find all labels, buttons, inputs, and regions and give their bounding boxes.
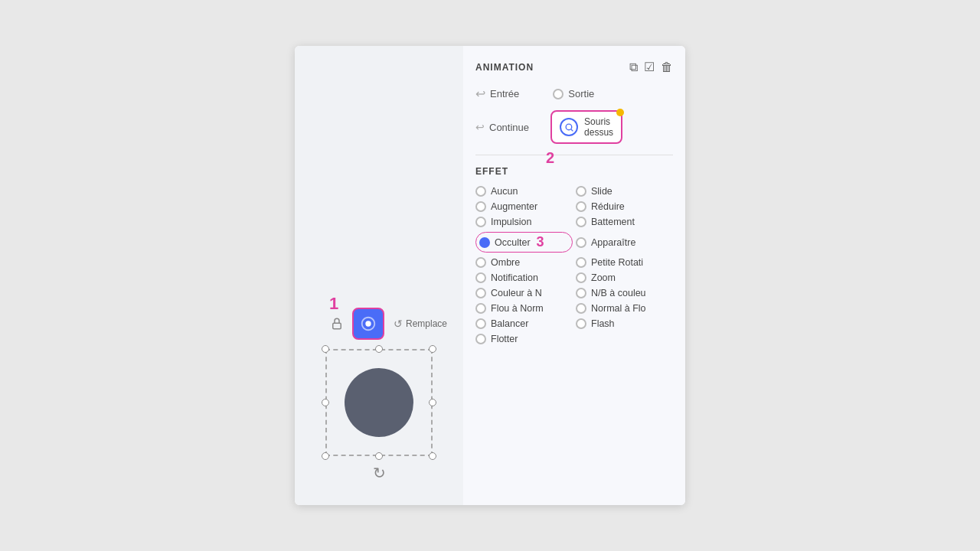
- toolbar-icons: 1 ↺ Remplace: [326, 308, 447, 340]
- ombre-label: Ombre: [491, 257, 520, 268]
- augmenter-label: Augmenter: [491, 201, 537, 212]
- circle-element[interactable]: [345, 368, 413, 437]
- flash-radio[interactable]: [576, 318, 586, 329]
- apparaitre-label: Apparaître: [591, 237, 635, 248]
- notification-label: Notification: [491, 272, 538, 283]
- entree-label: Entrée: [490, 88, 519, 99]
- aucun-radio[interactable]: [475, 186, 486, 197]
- canvas-panel: 1 ↺ Remplace: [295, 46, 463, 505]
- effect-normal-flo[interactable]: Normal à Flo: [576, 303, 673, 314]
- souris-badge: [616, 109, 624, 116]
- effect-flotter[interactable]: Flotter: [475, 334, 573, 344]
- panel-title: ANIMATION: [475, 62, 534, 73]
- souris-dessus-box[interactable]: Souris dessus: [550, 110, 622, 144]
- slide-label: Slide: [591, 186, 612, 197]
- divider: [475, 155, 673, 155]
- effect-flou-norm[interactable]: Flou à Norm: [475, 303, 573, 314]
- handle-mr[interactable]: [429, 399, 436, 406]
- effect-notification[interactable]: Notification: [475, 272, 573, 283]
- continue-icon: ↩: [475, 121, 485, 133]
- sortie-label: Sortie: [568, 88, 594, 99]
- effect-apparaitre[interactable]: Apparaître: [576, 232, 673, 253]
- copy-icon[interactable]: ⧉: [629, 60, 638, 74]
- effect-balancer[interactable]: Balancer: [475, 318, 573, 329]
- effect-slide[interactable]: Slide: [576, 186, 673, 197]
- apparaitre-radio[interactable]: [576, 237, 586, 248]
- svg-line-3: [570, 129, 572, 130]
- handle-bc[interactable]: [375, 452, 383, 460]
- flash-label: Flash: [591, 318, 615, 329]
- effect-augmenter[interactable]: Augmenter: [475, 201, 573, 212]
- svg-point-1: [365, 321, 371, 326]
- zoom-radio[interactable]: [576, 272, 586, 283]
- svg-rect-0: [333, 323, 341, 329]
- balancer-radio[interactable]: [475, 318, 486, 329]
- effects-title: EFFET: [475, 166, 673, 177]
- normal-flo-radio[interactable]: [576, 303, 586, 314]
- battement-radio[interactable]: [576, 217, 586, 227]
- continue-label: Continue: [489, 122, 529, 133]
- canvas-top: [295, 46, 463, 308]
- trigger-row-2: ↩ Continue Souris dessus: [475, 110, 673, 144]
- handle-tl[interactable]: [322, 345, 329, 353]
- petite-rotation-radio[interactable]: [576, 257, 586, 268]
- nb-couleur-radio[interactable]: [576, 288, 586, 298]
- trigger-row-1: ↩ Entrée Sortie: [475, 86, 673, 101]
- slide-radio[interactable]: [576, 186, 586, 197]
- nb-couleur-label: N/B à couleu: [591, 288, 646, 298]
- ombre-radio[interactable]: [475, 257, 486, 268]
- handle-tr[interactable]: [429, 345, 436, 353]
- souris-text: Souris dessus: [584, 116, 613, 138]
- couleur-n-radio[interactable]: [475, 288, 486, 298]
- refresh-icon[interactable]: ↻: [373, 464, 386, 482]
- panel-header: ANIMATION ⧉ ☑ 🗑: [475, 60, 673, 74]
- occulter-label: Occulter: [495, 237, 531, 248]
- zoom-label: Zoom: [591, 272, 616, 283]
- occulter-radio[interactable]: [479, 237, 490, 248]
- effect-ombre[interactable]: Ombre: [475, 257, 573, 268]
- animation-panel: ANIMATION ⧉ ☑ 🗑 ↩ Entrée Sortie ↩ Contin…: [463, 46, 685, 505]
- effect-reduire[interactable]: Réduire: [576, 201, 673, 212]
- effect-battement[interactable]: Battement: [576, 217, 673, 227]
- selected-element-button[interactable]: [352, 308, 384, 340]
- effect-aucun[interactable]: Aucun: [475, 186, 573, 197]
- flotter-radio[interactable]: [475, 334, 486, 344]
- check-icon[interactable]: ☑: [644, 60, 655, 74]
- normal-flo-label: Normal à Flo: [591, 303, 646, 314]
- augmenter-radio[interactable]: [475, 201, 486, 212]
- trigger-sortie[interactable]: Sortie: [553, 88, 594, 99]
- element-wrapper: [325, 349, 433, 456]
- annotation-label-1: 1: [329, 294, 338, 314]
- impulsion-radio[interactable]: [475, 217, 486, 227]
- trash-icon[interactable]: 🗑: [661, 60, 673, 74]
- replace-icon: ↺: [394, 318, 403, 330]
- trigger-continue[interactable]: ↩ Continue: [475, 121, 529, 133]
- reduire-radio[interactable]: [576, 201, 586, 212]
- handle-ml[interactable]: [322, 399, 329, 406]
- effect-zoom[interactable]: Zoom: [576, 272, 673, 283]
- replace-label: Remplace: [406, 318, 447, 329]
- element-area: 1 ↺ Remplace: [311, 308, 447, 482]
- flou-norm-radio[interactable]: [475, 303, 486, 314]
- effect-impulsion[interactable]: Impulsion: [475, 217, 573, 227]
- notification-radio[interactable]: [475, 272, 486, 283]
- lock-icon[interactable]: [326, 313, 348, 334]
- sortie-radio[interactable]: [553, 89, 564, 99]
- effect-nb-couleur[interactable]: N/B à couleu: [576, 288, 673, 298]
- souris-dessus-wrapper: Souris dessus 2: [550, 110, 622, 144]
- effect-couleur-n[interactable]: Couleur à N: [475, 288, 573, 298]
- header-icons: ⧉ ☑ 🗑: [629, 60, 673, 74]
- handle-tc[interactable]: [375, 345, 383, 353]
- effect-petite-rotation[interactable]: Petite Rotati: [576, 257, 673, 268]
- battement-label: Battement: [591, 217, 635, 227]
- trigger-entree[interactable]: ↩ Entrée: [475, 86, 519, 101]
- reduire-label: Réduire: [591, 201, 625, 212]
- effect-flash[interactable]: Flash: [576, 318, 673, 329]
- effect-occulter[interactable]: Occulter 3: [475, 232, 573, 253]
- handle-br[interactable]: [429, 452, 436, 460]
- handle-bl[interactable]: [322, 452, 329, 460]
- souris-icon: [560, 118, 578, 136]
- couleur-n-label: Couleur à N: [491, 288, 542, 298]
- svg-point-2: [566, 124, 572, 130]
- annotation-label-3: 3: [537, 234, 544, 250]
